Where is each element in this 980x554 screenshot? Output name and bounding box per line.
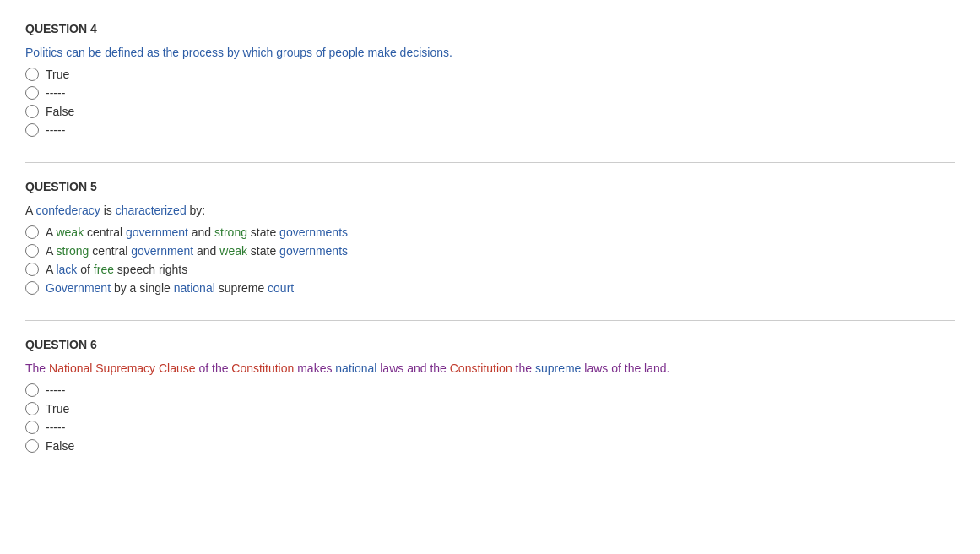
q5-option-strong-label: A strong central government and weak sta… — [46, 244, 348, 258]
question-4-block: QUESTION 4 Politics can be defined as th… — [25, 8, 955, 159]
q6-text-t10: supreme — [535, 361, 581, 375]
q5d-t1: Government — [46, 281, 111, 295]
q6-option-true-radio[interactable] — [25, 402, 39, 416]
question-6-header: QUESTION 6 — [25, 338, 955, 351]
q4-text-span: Politics can be defined as the process b… — [25, 46, 452, 59]
q5b-t3: central — [89, 244, 131, 258]
page-container: QUESTION 4 Politics can be defined as th… — [0, 0, 980, 483]
q5-text-e: by: — [187, 204, 206, 217]
question-5-header: QUESTION 5 — [25, 180, 955, 193]
question-6-text: The National Supremacy Clause of the Con… — [25, 361, 955, 375]
q4-option-dashes1-label: ----- — [46, 86, 65, 100]
q5-option-speech-radio[interactable] — [25, 263, 39, 276]
q5-option-weak-label: A weak central government and strong sta… — [46, 225, 348, 239]
q5d-t2: by a single — [111, 281, 174, 295]
q5c-t5: speech rights — [114, 263, 187, 276]
q5-option-speech-label: A lack of free speech rights — [46, 263, 187, 276]
q6-text-t1: The — [25, 361, 49, 375]
q4-option-dashes2-label: ----- — [46, 123, 65, 137]
q6-option-dashes2-radio[interactable] — [25, 421, 39, 434]
list-item: ----- — [25, 421, 955, 434]
divider-q4-q5 — [25, 162, 955, 163]
q6-option-true-label: True — [46, 402, 69, 416]
question-6-block: QUESTION 6 The National Supremacy Clause… — [25, 324, 955, 475]
q6-text-t7: laws and the — [376, 361, 449, 375]
q5-option-strong-radio[interactable] — [25, 244, 39, 258]
q5b-t1: A — [46, 244, 56, 258]
q5b-t6: weak — [219, 244, 247, 258]
q5-text-b: confederacy — [35, 204, 100, 217]
q5a-t1: A — [46, 225, 56, 239]
q5-option-court-label: Government by a single national supreme … — [46, 281, 294, 295]
q5-option-weak-radio[interactable] — [25, 225, 39, 239]
q6-text-t6: national — [335, 361, 376, 375]
q5a-t6: strong — [214, 225, 247, 239]
q5a-t8: governments — [279, 225, 348, 239]
q5b-t2: strong — [56, 244, 89, 258]
q5d-t4: supreme — [215, 281, 268, 295]
q6-text-t11: laws of the land. — [581, 361, 669, 375]
question-4-header: QUESTION 4 — [25, 22, 955, 35]
q4-option-true-radio[interactable] — [25, 68, 39, 81]
q5b-t8: governments — [279, 244, 348, 258]
q4-option-false-label: False — [46, 105, 74, 118]
q5-option-court-radio[interactable] — [25, 281, 39, 295]
q6-text-t2: National Supremacy Clause — [49, 361, 196, 375]
list-item: A strong central government and weak sta… — [25, 244, 955, 258]
list-item: ----- — [25, 123, 955, 137]
question-5-options: A weak central government and strong sta… — [25, 225, 955, 295]
q5a-t4: government — [126, 225, 188, 239]
list-item: ----- — [25, 86, 955, 100]
list-item: False — [25, 105, 955, 118]
q6-text-t4: Constitution — [231, 361, 294, 375]
q5-text-a: A — [25, 204, 35, 217]
q6-text-t8: Constitution — [450, 361, 512, 375]
q5-text-d: characterized — [116, 204, 187, 217]
q5b-t7: state — [247, 244, 279, 258]
list-item: A lack of free speech rights — [25, 263, 955, 276]
question-5-block: QUESTION 5 A confederacy is characterize… — [25, 166, 955, 317]
list-item: A weak central government and strong sta… — [25, 225, 955, 239]
q5d-t3: national — [174, 281, 215, 295]
q5b-t5: and — [193, 244, 219, 258]
q5d-t5: court — [268, 281, 294, 295]
q6-option-false-radio[interactable] — [25, 439, 39, 453]
divider-q5-q6 — [25, 320, 955, 321]
list-item: Government by a single national supreme … — [25, 281, 955, 295]
q5a-t5: and — [188, 225, 214, 239]
q6-option-dashes1-label: ----- — [46, 383, 65, 397]
q6-option-false-label: False — [46, 439, 74, 453]
question-5-text: A confederacy is characterized by: — [25, 204, 955, 217]
q5a-t7: state — [247, 225, 279, 239]
q5b-t4: government — [131, 244, 193, 258]
q6-text-t5: makes — [294, 361, 335, 375]
q6-option-dashes2-label: ----- — [46, 421, 65, 434]
q6-text-t3: of the — [196, 361, 232, 375]
question-4-text: Politics can be defined as the process b… — [25, 46, 955, 59]
q5a-t3: central — [84, 225, 126, 239]
q5-text-c: is — [100, 204, 116, 217]
question-6-options: ----- True ----- False — [25, 383, 955, 453]
list-item: False — [25, 439, 955, 453]
q4-option-false-radio[interactable] — [25, 105, 39, 118]
q5a-t2: weak — [56, 225, 84, 239]
list-item: True — [25, 68, 955, 81]
list-item: ----- — [25, 383, 955, 397]
q4-option-dashes2-radio[interactable] — [25, 123, 39, 137]
q6-option-dashes1-radio[interactable] — [25, 383, 39, 397]
question-4-options: True ----- False ----- — [25, 68, 955, 137]
q5c-t2: lack — [56, 263, 77, 276]
q4-option-true-label: True — [46, 68, 69, 81]
q5c-t1: A — [46, 263, 56, 276]
q4-option-dashes1-radio[interactable] — [25, 86, 39, 100]
q5c-t3: of — [77, 263, 93, 276]
list-item: True — [25, 402, 955, 416]
q5c-t4: free — [94, 263, 114, 276]
q6-text-t9: the — [512, 361, 535, 375]
